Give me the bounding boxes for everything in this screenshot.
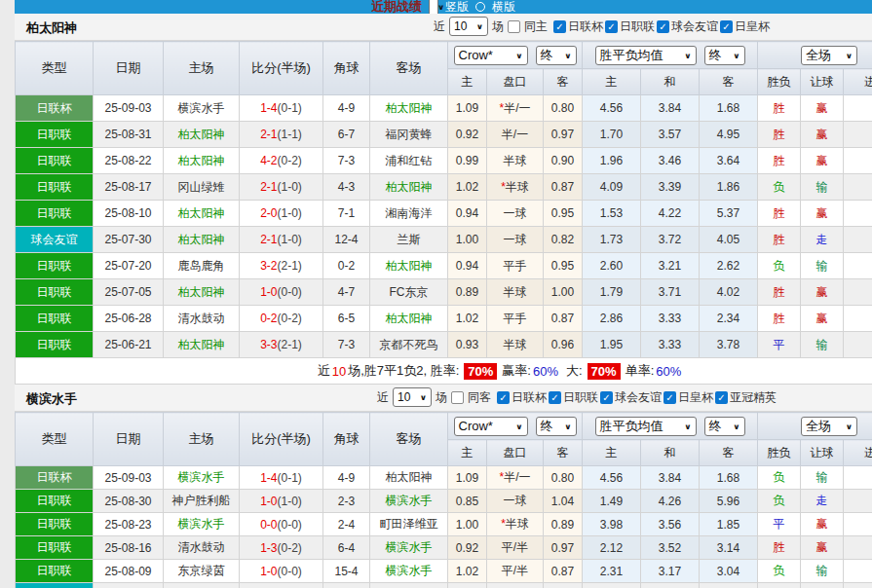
mean-away: 4.95	[700, 122, 758, 148]
match-count-select[interactable]: 10	[393, 387, 432, 407]
match-score: 2-1(1-0)	[240, 227, 323, 253]
mean-home: 2.12	[583, 536, 641, 560]
league-checkbox[interactable]	[605, 20, 618, 33]
match-score: 3-2(2-1)	[240, 253, 323, 279]
league-filter[interactable]: 日皇杯	[720, 18, 770, 35]
league-filter[interactable]: 球会友谊	[657, 18, 718, 35]
match-score: 1-4(0-1)	[240, 95, 323, 122]
filters-away-team: 近 10 场 同客 日联杯日职联球会友谊日皇杯亚冠精英	[377, 387, 777, 407]
match-result: 胜	[758, 536, 801, 560]
match-corners: 4-9	[323, 466, 370, 490]
odds-away: 0.87	[544, 560, 583, 583]
match-result: 平	[758, 513, 801, 536]
league-label: 日皇杯	[678, 389, 713, 406]
summary-win-rate: 70%	[464, 363, 497, 380]
match-home-team: 清水鼓动	[164, 536, 240, 560]
odds-handicap: 半球	[487, 279, 544, 306]
league-checkbox[interactable]	[549, 391, 561, 404]
odds-final-select[interactable]: 终	[536, 46, 577, 65]
odds-handicap: 半/一	[487, 122, 544, 148]
goal-cell	[844, 560, 872, 583]
match-score: 1-3(0-2)	[240, 536, 323, 560]
layout-radio-horizontal[interactable]	[475, 2, 485, 12]
match-row: 日职联25-08-23横滨水手0-0(0-0)2-4町田泽维亚1.00*半球0.…	[16, 513, 872, 536]
handicap-result: 输	[801, 332, 844, 358]
match-score: 2-1(1-1)	[240, 122, 323, 148]
goal-cell	[844, 122, 872, 148]
col-corner: 角球	[323, 413, 370, 466]
league-checkbox[interactable]	[657, 20, 669, 33]
league-label: 亚冠精英	[730, 389, 777, 406]
match-date: 25-08-10	[94, 201, 164, 227]
layout-radio-vertical-label[interactable]: 竖版	[445, 0, 469, 14]
match-score: 1-0(0-0)	[240, 560, 323, 583]
league-filter[interactable]: 日职联	[549, 389, 598, 406]
mean-away: 1.86	[700, 174, 758, 201]
mean-away: 2.62	[700, 253, 758, 279]
col-mean-away: 客	[700, 69, 758, 95]
summary-record: 场,胜7平1负2, 胜率:	[348, 362, 459, 380]
odds-handicap: 一球	[487, 490, 544, 513]
match-corners: 7-3	[323, 332, 370, 358]
league-label: 球会友谊	[671, 18, 718, 35]
layout-radio-horizontal-label[interactable]: 横版	[492, 0, 515, 14]
match-type-badge: 日联杯	[16, 466, 94, 490]
summary-count: 10	[332, 364, 346, 379]
match-count-select[interactable]: 10	[449, 17, 488, 36]
match-score: 1-0(1-0)	[240, 490, 323, 513]
odds-final-select[interactable]: 终	[536, 417, 577, 436]
mean-odds-select[interactable]: 胜平负均值	[595, 46, 697, 65]
match-score: 1-4(0-1)	[240, 466, 323, 490]
match-home-team: 神户胜利船	[164, 490, 240, 513]
league-filter[interactable]: 球会友谊	[600, 389, 662, 406]
odds-source-select[interactable]: Crow*	[454, 46, 528, 65]
mean-final-select[interactable]: 终	[704, 417, 745, 436]
summary-da-label: 大:	[566, 362, 583, 380]
match-corners: 2-4	[323, 513, 370, 536]
col-result: 胜负	[758, 69, 801, 95]
match-home-team: 冈山绿雉	[164, 174, 240, 201]
match-date: 25-07-20	[94, 253, 164, 279]
match-result: 胜	[758, 201, 801, 227]
handicap-result: 输	[801, 466, 844, 490]
match-row: 日职联25-06-21柏太阳神3-3(2-1)7-3京都不死鸟0.93半球0.9…	[16, 332, 872, 358]
match-date: 25-06-28	[94, 306, 164, 332]
same-venue-checkbox[interactable]	[508, 20, 520, 33]
odds-source-select[interactable]: Crow*	[454, 417, 528, 436]
odds-handicap: 平/半	[487, 560, 544, 583]
odds-away: 0.87	[544, 174, 583, 201]
empty-cell	[801, 583, 844, 588]
league-filter[interactable]: 日联杯	[497, 389, 547, 406]
league-checkbox[interactable]	[600, 391, 613, 404]
match-type-badge: 日职联	[16, 332, 94, 358]
league-filter[interactable]: 日皇杯	[663, 389, 713, 406]
match-row: 日职联25-07-05柏太阳神1-0(0-0)4-7FC东京0.89半球1.00…	[16, 279, 872, 306]
mean-away: 3.64	[700, 148, 758, 174]
mean-final-select[interactable]: 终	[704, 46, 745, 65]
odds-home: 1.02	[448, 560, 487, 583]
scope-select[interactable]: 全场	[801, 417, 857, 436]
league-filter[interactable]: 日联杯	[553, 18, 603, 35]
match-away-team: 町田泽维亚	[370, 513, 448, 536]
league-checkbox[interactable]	[715, 391, 728, 404]
league-checkbox[interactable]	[497, 391, 510, 404]
odds-away: 1.00	[544, 279, 583, 306]
col-mean-home: 主	[583, 440, 641, 466]
mean-odds-select[interactable]: 胜平负均值	[595, 417, 697, 436]
league-filter[interactable]: 亚冠精英	[715, 389, 777, 406]
league-label: 球会友谊	[615, 389, 662, 406]
scope-select[interactable]: 全场	[801, 46, 857, 65]
layout-radio-vertical[interactable]	[429, 0, 438, 14]
same-venue-checkbox[interactable]	[451, 391, 464, 404]
match-type-badge: 日职联	[16, 201, 94, 227]
match-home-team: 横滨水手	[164, 95, 240, 122]
match-date: 25-09-03	[94, 95, 164, 122]
league-filter[interactable]: 日职联	[605, 18, 655, 35]
mean-draw: 4.26	[641, 490, 700, 513]
col-goal: 进	[844, 69, 872, 95]
league-checkbox[interactable]	[663, 391, 676, 404]
league-checkbox[interactable]	[553, 20, 566, 33]
col-corner: 角球	[323, 42, 370, 95]
empty-cell	[370, 583, 448, 588]
league-checkbox[interactable]	[720, 20, 733, 33]
